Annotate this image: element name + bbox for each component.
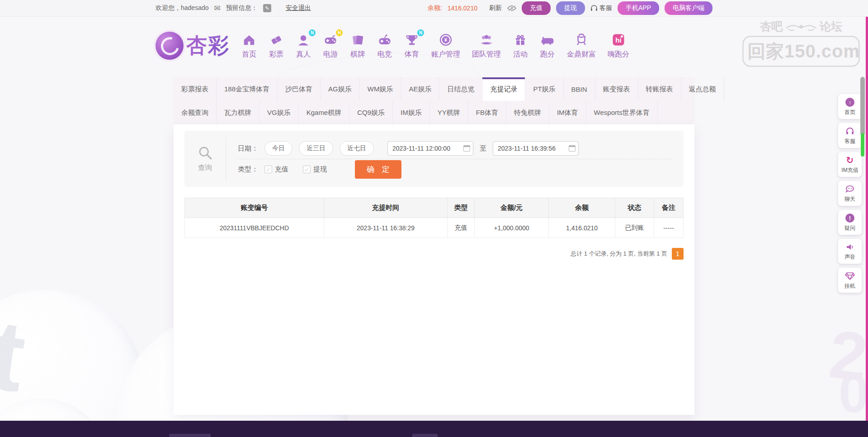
type-filter-row: 类型： ✓ 充值 ✓ 提现 确 定	[238, 159, 672, 180]
tab-wesports[interactable]: Wesports世界体育	[586, 101, 658, 124]
tab-pt[interactable]: PT娱乐	[525, 77, 563, 101]
tab-transfer-report[interactable]: 转账报表	[638, 77, 681, 101]
nav-item-paofen[interactable]: 跑分	[540, 32, 555, 59]
pc-client-button[interactable]: 电脑客户端	[665, 1, 712, 15]
quick-service[interactable]: 客服	[838, 123, 862, 148]
nav-item-hi-paofen[interactable]: hi 嗨跑分	[608, 32, 629, 59]
col-time: 充提时间	[324, 198, 448, 218]
tab-cq9[interactable]: CQ9娱乐	[349, 101, 393, 124]
tab-row-1: 彩票报表 188金宝博体育 沙巴体育 AG娱乐 WM娱乐 AE娱乐 日结总览 充…	[174, 77, 694, 101]
nav-item-esports[interactable]: 电竞	[377, 32, 392, 59]
tab-yy-cards[interactable]: YY棋牌	[430, 101, 468, 124]
tab-fb-sports[interactable]: FB体育	[468, 101, 506, 124]
tab-deposit-withdraw-records[interactable]: 充提记录	[482, 77, 525, 101]
logo-text: 杏彩	[186, 32, 230, 60]
main-nav: 首页 彩票 N 真人 H 电游 棋牌 电竞 N	[241, 32, 629, 59]
refresh-balance-link[interactable]: 刷新	[489, 4, 502, 12]
hi-badge-icon: hi	[611, 32, 626, 48]
main-content: 彩票报表 188金宝博体育 沙巴体育 AG娱乐 WM娱乐 AE娱乐 日结总览 充…	[174, 77, 694, 415]
confirm-button[interactable]: 确 定	[355, 160, 401, 179]
quick-today-button[interactable]: 今日	[264, 141, 292, 156]
quick-3days-button[interactable]: 近三日	[299, 141, 333, 156]
customer-service-link[interactable]: 客服	[590, 4, 612, 12]
mobile-app-button[interactable]: 手机APP	[618, 1, 659, 15]
table-row: 20231111VBBJEEDCHD 2023-11-11 16:38:29 充…	[185, 218, 684, 238]
tab-wali-cards[interactable]: 瓦力棋牌	[217, 101, 259, 124]
nav-item-live-casino[interactable]: N 真人	[296, 32, 311, 59]
coin-yen-icon: ¥	[438, 32, 453, 48]
gamepad-icon: H	[323, 32, 338, 48]
date-filter-row: 日期： 今日 近三日 近七日 至	[238, 138, 672, 159]
nav-item-lottery[interactable]: 彩票	[269, 32, 284, 59]
diamond-icon	[845, 271, 855, 281]
date-label: 日期：	[238, 144, 258, 153]
tab-im-sports[interactable]: IM体育	[549, 101, 586, 124]
quick-home[interactable]: ↑ 首页	[838, 94, 862, 119]
withdraw-checkbox[interactable]: ✓	[303, 166, 311, 173]
headset-icon	[590, 5, 598, 11]
pagination-summary: 总计 1 个记录, 分为 1 页, 当前第 1 页	[571, 250, 667, 258]
quick-chat[interactable]: 聊天	[838, 181, 862, 206]
tab-ag[interactable]: AG娱乐	[321, 77, 360, 101]
tab-im-entertainment[interactable]: IM娱乐	[393, 101, 430, 124]
cell-status: 已到账	[615, 218, 654, 238]
quick-question[interactable]: ! 疑问	[838, 210, 862, 235]
balance-label: 余额:	[428, 4, 442, 12]
svg-text:hi: hi	[615, 36, 621, 44]
tab-ae[interactable]: AE娱乐	[401, 77, 439, 101]
quick-im-recharge[interactable]: ↻ IM充值	[838, 152, 862, 177]
tab-vg[interactable]: VG娱乐	[259, 101, 299, 124]
ticket-icon	[269, 32, 284, 48]
nav-item-promotions[interactable]: 活动	[513, 32, 528, 59]
tab-account-change-report[interactable]: 账变报表	[595, 77, 638, 101]
tab-188-sports[interactable]: 188金宝博体育	[217, 77, 278, 101]
quick-idle[interactable]: 挂机	[838, 268, 862, 293]
tab-daily-summary[interactable]: 日结总览	[439, 77, 482, 101]
logo-emblem-icon	[156, 32, 184, 60]
query-side: 查询	[184, 137, 226, 180]
recharge-button[interactable]: 充值	[522, 1, 551, 15]
nav-item-jinding-wealth[interactable]: 金鼎财富	[567, 32, 596, 59]
nav-item-cards[interactable]: 棋牌	[350, 32, 365, 59]
site-header: 杏彩 首页 彩票 N 真人 H 电游 棋牌	[0, 17, 868, 75]
tab-row-2: 余额查询 瓦力棋牌 VG娱乐 Kgame棋牌 CQ9娱乐 IM娱乐 YY棋牌 F…	[174, 101, 694, 124]
nav-item-slots[interactable]: H 电游	[323, 32, 338, 59]
edit-pencil-icon[interactable]: ✎	[263, 4, 271, 12]
nav-item-account-management[interactable]: ¥ 账户管理	[431, 32, 460, 59]
tab-kgame[interactable]: Kgame棋牌	[299, 101, 350, 124]
logout-link[interactable]: 安全退出	[286, 4, 311, 12]
recharge-checkbox[interactable]: ✓	[264, 166, 272, 173]
tab-rebate-total[interactable]: 返点总额	[681, 77, 724, 101]
bg-glyph: 2	[826, 315, 868, 397]
nav-item-team-management[interactable]: 团队管理	[472, 32, 501, 59]
withdraw-button[interactable]: 提现	[556, 1, 585, 15]
tab-lottery-report[interactable]: 彩票报表	[174, 77, 217, 101]
tab-wm[interactable]: WM娱乐	[360, 77, 401, 101]
footer-stub	[412, 434, 438, 437]
balance-value: 1416.0210	[448, 5, 477, 12]
nav-item-sports[interactable]: N 体育	[404, 32, 420, 59]
tab-balance-query[interactable]: 余额查询	[174, 101, 217, 124]
filter-box: 查询 日期： 今日 近三日 近七日 至	[184, 131, 684, 187]
tab-bbin[interactable]: BBIN	[564, 77, 595, 101]
site-logo[interactable]: 杏彩	[156, 32, 230, 60]
date-to-input[interactable]	[493, 141, 579, 156]
tab-tetu-cards[interactable]: 特兔棋牌	[506, 101, 549, 124]
footer-stub	[169, 434, 211, 437]
date-from-input[interactable]	[387, 141, 473, 156]
scrollbar-thumb[interactable]	[860, 77, 865, 136]
nav-item-home[interactable]: 首页	[241, 32, 257, 59]
page-1-button[interactable]: 1	[672, 248, 684, 260]
quick-7days-button[interactable]: 近七日	[340, 141, 374, 156]
hide-balance-eye-icon[interactable]	[507, 5, 516, 11]
quick-sound[interactable]: 声音	[838, 239, 862, 264]
welcome-text: 欢迎您，hadesado	[156, 4, 209, 12]
pagination: 总计 1 个记录, 分为 1 页, 当前第 1 页 1	[184, 248, 684, 260]
cell-type: 充值	[448, 218, 475, 238]
im-recharge-icon: ↻	[846, 155, 854, 165]
message-icon[interactable]: ✉	[214, 4, 221, 13]
tab-shaba-sports[interactable]: 沙巴体育	[278, 77, 321, 101]
type-label: 类型：	[238, 165, 258, 174]
chat-bubble-icon	[845, 184, 854, 194]
recharge-checkbox-label: 充值	[275, 165, 288, 174]
